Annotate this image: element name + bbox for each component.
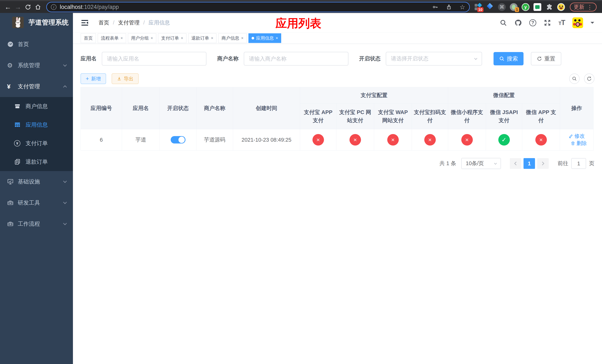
font-size-icon[interactable]: TT: [559, 19, 565, 27]
close-icon[interactable]: ×: [276, 36, 278, 41]
tab-process-form[interactable]: 流程表单×: [98, 33, 126, 43]
prev-page-button[interactable]: [510, 158, 521, 169]
extension-badge: 1: [515, 7, 519, 12]
close-icon[interactable]: ×: [211, 36, 214, 41]
sidebar-menu: 首页 ⚙ 系统管理 ¥ 支付管理 商户信息: [0, 34, 73, 234]
fullscreen-icon[interactable]: [544, 19, 551, 26]
col-header-alipay-wap: 支付宝 WAP 网站支付: [374, 103, 412, 129]
refresh-icon: [587, 76, 592, 81]
extensions-puzzle-icon[interactable]: [545, 3, 553, 11]
browser-menu-icon[interactable]: ⋮: [587, 4, 593, 10]
refresh-table-button[interactable]: [584, 74, 594, 84]
extension-badge: 10: [477, 7, 484, 12]
tab-merchant-info[interactable]: 商户信息×: [218, 33, 247, 43]
browser-home-button[interactable]: [33, 2, 43, 12]
edit-link[interactable]: 修改: [569, 133, 585, 139]
sidebar-item-system[interactable]: ⚙ 系统管理: [0, 55, 73, 76]
pagination-total: 共 1 条: [440, 160, 456, 167]
merchant-name-input[interactable]: [244, 52, 348, 65]
sidebar-item-merchant-info[interactable]: 商户信息: [0, 97, 73, 116]
extension-yudao-icon[interactable]: y: [522, 3, 529, 11]
tab-pay-orders[interactable]: 支付订单×: [158, 33, 186, 43]
browser-forward-button[interactable]: →: [13, 2, 23, 12]
extensions-area: 10 ⌘ 1 y: [474, 3, 565, 11]
next-page-button[interactable]: [537, 158, 549, 169]
sidebar-fold-icon[interactable]: [81, 20, 89, 26]
toolbox-icon: [7, 199, 18, 206]
sidebar-item-label: 工作流程: [18, 220, 64, 228]
col-header-alipay-pc: 支付宝 PC 网站支付: [336, 103, 374, 129]
close-icon[interactable]: ×: [241, 36, 243, 41]
sidebar-item-home[interactable]: 首页: [0, 34, 73, 55]
table-toolbar: + 新增 导出: [81, 73, 594, 84]
tab-home[interactable]: 首页: [81, 33, 96, 43]
sidebar-item-payment[interactable]: ¥ 支付管理: [0, 76, 73, 97]
browser-profile-avatar[interactable]: [557, 3, 565, 11]
browser-reload-button[interactable]: [23, 2, 33, 12]
status-check-icon: ✓: [498, 134, 510, 146]
search-button[interactable]: 搜索: [494, 52, 524, 65]
briefcase-icon: [7, 221, 18, 227]
breadcrumb: 首页 / 支付管理 / 应用信息: [98, 19, 170, 26]
github-icon[interactable]: [515, 19, 522, 26]
extension-chat-icon[interactable]: [534, 3, 541, 11]
sidebar-item-workflow[interactable]: 工作流程: [0, 213, 73, 234]
col-header-alipay-app: 支付宝 APP 支付: [300, 103, 336, 129]
sidebar-logo[interactable]: 芋道管理系统: [0, 13, 73, 32]
export-button[interactable]: 导出: [112, 73, 139, 84]
page-number-1[interactable]: 1: [524, 158, 535, 169]
yen-icon: ¥: [7, 83, 18, 90]
col-header-created: 创建时间: [233, 87, 300, 129]
breadcrumb-payment[interactable]: 支付管理: [118, 19, 140, 26]
close-icon[interactable]: ×: [120, 36, 123, 41]
caret-down-icon[interactable]: [591, 22, 594, 26]
sidebar-item-pay-orders[interactable]: ¥ 支付订单: [0, 134, 73, 152]
tab-app-info[interactable]: 应用信息×: [248, 33, 281, 43]
download-icon: [117, 76, 122, 81]
app-name-input[interactable]: [102, 52, 206, 65]
address-bar[interactable]: i localhost:1024/pay/app ☆: [46, 2, 470, 12]
browser-back-button[interactable]: ←: [3, 2, 13, 12]
status-cross-icon: ×: [350, 134, 361, 146]
tags-view-bar: 首页 流程表单× 用户分组× 支付订单× 退款订单× 商户信息× 应用信息×: [73, 32, 602, 44]
tab-refund-orders[interactable]: 退款订单×: [188, 33, 216, 43]
toggle-search-button[interactable]: [569, 74, 580, 84]
col-header-wechat-jsapi: 微信 JSAPI 支付: [486, 103, 522, 129]
extension-avatar-icon[interactable]: 1: [510, 3, 517, 11]
help-icon[interactable]: ?: [529, 19, 536, 26]
sidebar-item-dev-tools[interactable]: 研发工具: [0, 192, 73, 213]
password-key-icon[interactable]: [432, 4, 438, 10]
delete-link[interactable]: 删除: [570, 140, 587, 147]
sidebar-item-label: 研发工具: [18, 199, 64, 207]
close-icon[interactable]: ×: [151, 36, 153, 41]
breadcrumb-home[interactable]: 首页: [98, 19, 109, 26]
goto-page-input[interactable]: [571, 158, 586, 169]
browser-update-button[interactable]: 更新 ⋮: [570, 3, 597, 11]
sidebar-item-infrastructure[interactable]: 基础设施: [0, 171, 73, 192]
cell-status: [160, 129, 196, 150]
extension-grid-icon[interactable]: 10: [474, 3, 482, 11]
close-icon[interactable]: ×: [181, 36, 183, 41]
status-select[interactable]: 请选择开启状态: [386, 52, 482, 65]
sidebar-item-label: 应用信息: [26, 121, 48, 129]
extension-command-icon[interactable]: ⌘: [498, 3, 506, 11]
extension-kite-icon[interactable]: [486, 3, 494, 11]
sidebar-item-refund-orders[interactable]: 退款订单: [0, 152, 73, 171]
reset-button[interactable]: 重置: [531, 52, 561, 65]
status-toggle[interactable]: [171, 136, 185, 143]
site-info-icon[interactable]: i: [51, 4, 56, 10]
document-copy-icon: [14, 159, 26, 165]
share-icon[interactable]: [446, 4, 452, 10]
tab-user-group[interactable]: 用户分组×: [128, 33, 156, 43]
breadcrumb-separator: /: [113, 20, 114, 26]
app-title: 芋道管理系统: [29, 18, 68, 27]
chevron-down-icon: [63, 200, 67, 204]
sidebar-item-app-info[interactable]: 应用信息: [0, 116, 73, 134]
search-icon[interactable]: [500, 19, 507, 26]
reload-icon: [25, 4, 31, 10]
status-cross-icon: ×: [461, 134, 473, 146]
page-size-select[interactable]: 10条/页: [461, 158, 501, 169]
add-button[interactable]: + 新增: [81, 73, 106, 84]
bookmark-star-icon[interactable]: ☆: [460, 3, 465, 11]
user-avatar[interactable]: [572, 17, 583, 28]
